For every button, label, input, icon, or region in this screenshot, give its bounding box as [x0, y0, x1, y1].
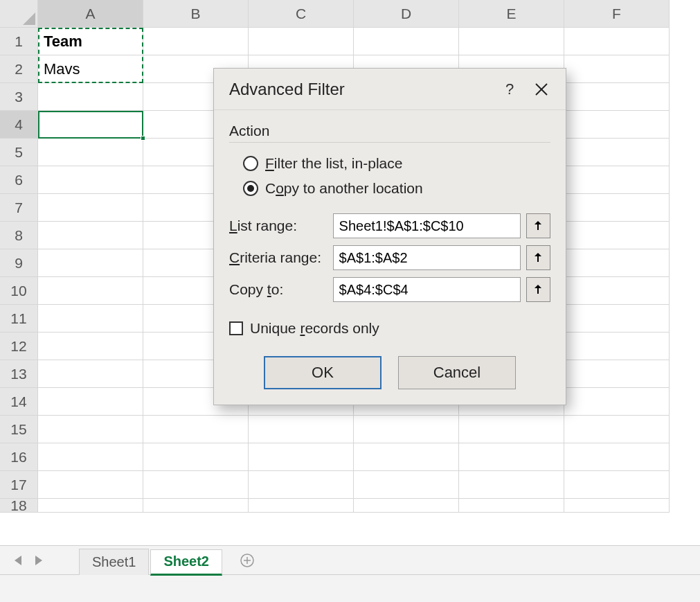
cell-F6[interactable] [564, 166, 670, 194]
row-header-14[interactable]: 14 [0, 388, 38, 416]
cell-F13[interactable] [564, 360, 670, 388]
cell-A10[interactable] [38, 277, 143, 305]
cell-F10[interactable] [564, 277, 670, 305]
column-header-A[interactable]: A [38, 0, 143, 28]
cell-D1[interactable] [354, 28, 459, 55]
list-range-input[interactable] [333, 213, 521, 238]
copy-to-collapse-button[interactable] [526, 277, 550, 302]
cell-A17[interactable] [38, 471, 143, 499]
cell-A7[interactable] [38, 194, 143, 222]
row-header-13[interactable]: 13 [0, 360, 38, 388]
cell-D16[interactable] [354, 443, 459, 471]
criteria-range-collapse-button[interactable] [526, 245, 550, 270]
cell-A3[interactable] [38, 83, 143, 111]
row-header-3[interactable]: 3 [0, 83, 38, 111]
column-header-E[interactable]: E [459, 0, 564, 28]
cell-B16[interactable] [143, 443, 249, 471]
dialog-close-button[interactable] [526, 73, 557, 105]
cell-F14[interactable] [564, 388, 670, 416]
cell-E17[interactable] [459, 471, 564, 499]
row-header-11[interactable]: 11 [0, 305, 38, 333]
row-header-1[interactable]: 1 [0, 28, 38, 55]
cell-B1[interactable] [143, 28, 249, 55]
cell-A13[interactable] [38, 360, 143, 388]
cell-A1[interactable]: Team [38, 28, 143, 55]
cell-C17[interactable] [249, 471, 354, 499]
row-header-6[interactable]: 6 [0, 166, 38, 194]
cell-A6[interactable] [38, 166, 143, 194]
cell-A18[interactable] [38, 499, 143, 513]
cell-D15[interactable] [354, 416, 459, 443]
ok-button[interactable]: OK [264, 356, 382, 389]
cell-A4[interactable] [38, 111, 143, 139]
radio-filter-in-place[interactable]: Filter the list, in-place [229, 151, 550, 176]
column-header-D[interactable]: D [354, 0, 459, 28]
cell-F7[interactable] [564, 194, 670, 222]
cell-A2[interactable]: Mavs [38, 55, 143, 83]
tab-nav-prev[interactable] [8, 551, 28, 570]
cell-F4[interactable] [564, 111, 670, 139]
cell-F18[interactable] [564, 499, 670, 513]
cell-F3[interactable] [564, 83, 670, 111]
row-header-7[interactable]: 7 [0, 194, 38, 222]
cell-A5[interactable] [38, 139, 143, 166]
cell-E15[interactable] [459, 416, 564, 443]
cell-F12[interactable] [564, 333, 670, 360]
dialog-titlebar[interactable]: Advanced Filter ? [214, 69, 566, 110]
cell-A9[interactable] [38, 249, 143, 277]
row-header-8[interactable]: 8 [0, 222, 38, 249]
cell-E16[interactable] [459, 443, 564, 471]
column-header-C[interactable]: C [249, 0, 354, 28]
tab-nav-next[interactable] [29, 551, 48, 570]
cell-E1[interactable] [459, 28, 564, 55]
cell-A8[interactable] [38, 222, 143, 249]
cell-F1[interactable] [564, 28, 670, 55]
cell-B18[interactable] [143, 499, 249, 513]
cell-C1[interactable] [249, 28, 354, 55]
column-header-B[interactable]: B [143, 0, 249, 28]
sheet-tab-sheet1[interactable]: Sheet1 [79, 549, 149, 575]
cell-A11[interactable] [38, 305, 143, 333]
cancel-button[interactable]: Cancel [398, 356, 516, 389]
cell-C18[interactable] [249, 499, 354, 513]
sheet-tab-sheet2[interactable]: Sheet2 [150, 549, 222, 576]
cell-A12[interactable] [38, 333, 143, 360]
cell-F5[interactable] [564, 139, 670, 166]
row-header-17[interactable]: 17 [0, 471, 38, 499]
cell-F9[interactable] [564, 249, 670, 277]
add-sheet-button[interactable] [235, 548, 260, 573]
row-header-5[interactable]: 5 [0, 139, 38, 166]
radio-copy-to-location[interactable]: Copy to another location [229, 176, 550, 201]
dialog-help-button[interactable]: ? [494, 73, 526, 105]
cell-D17[interactable] [354, 471, 459, 499]
cell-E18[interactable] [459, 499, 564, 513]
row-header-2[interactable]: 2 [0, 55, 38, 83]
select-all-corner[interactable] [0, 0, 38, 28]
cell-F16[interactable] [564, 443, 670, 471]
cell-D18[interactable] [354, 499, 459, 513]
row-header-4[interactable]: 4 [0, 111, 38, 139]
list-range-collapse-button[interactable] [526, 213, 550, 238]
cell-F8[interactable] [564, 222, 670, 249]
row-header-9[interactable]: 9 [0, 249, 38, 277]
cell-C16[interactable] [249, 443, 354, 471]
cell-A14[interactable] [38, 388, 143, 416]
cell-F2[interactable] [564, 55, 670, 83]
cell-A16[interactable] [38, 443, 143, 471]
cell-F11[interactable] [564, 305, 670, 333]
column-header-F[interactable]: F [564, 0, 670, 28]
row-header-12[interactable]: 12 [0, 333, 38, 360]
cell-F15[interactable] [564, 416, 670, 443]
row-header-18[interactable]: 18 [0, 499, 38, 513]
row-header-10[interactable]: 10 [0, 277, 38, 305]
row-header-15[interactable]: 15 [0, 416, 38, 443]
cell-A15[interactable] [38, 416, 143, 443]
copy-to-input[interactable] [333, 277, 521, 302]
criteria-range-input[interactable] [333, 245, 521, 270]
cell-F17[interactable] [564, 471, 670, 499]
cell-B15[interactable] [143, 416, 249, 443]
cell-B17[interactable] [143, 471, 249, 499]
unique-records-checkbox[interactable]: Unique records only [229, 316, 550, 341]
row-header-16[interactable]: 16 [0, 443, 38, 471]
cell-C15[interactable] [249, 416, 354, 443]
